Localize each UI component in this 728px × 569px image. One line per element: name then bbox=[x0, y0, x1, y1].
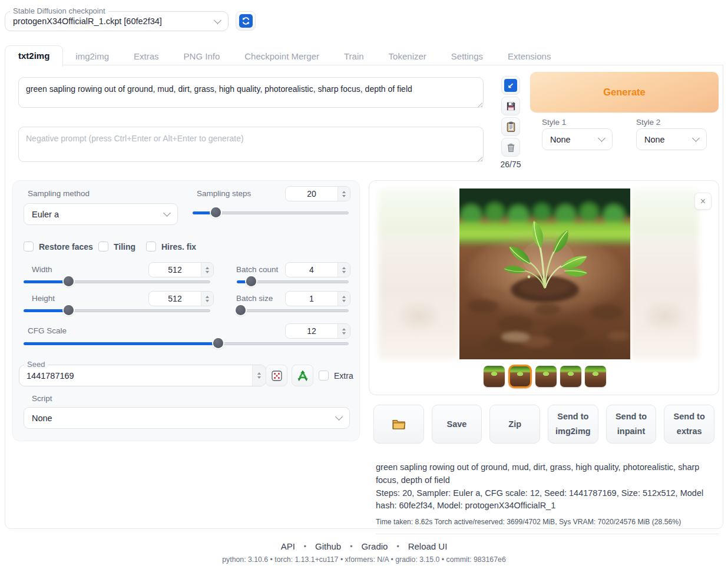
stepper-arrows-icon[interactable] bbox=[201, 292, 213, 306]
stepper-arrows-icon[interactable] bbox=[252, 365, 266, 386]
folder-icon bbox=[392, 418, 406, 430]
stepper-arrows-icon[interactable] bbox=[201, 263, 213, 277]
txt2img-panel: green sapling rowing out of ground, mud,… bbox=[5, 65, 723, 529]
thumbnail-4[interactable] bbox=[560, 366, 581, 387]
send-to-extras-button[interactable]: Send to extras bbox=[664, 405, 714, 444]
info-performance-text: Time taken: 8.62s Torch active/reserved:… bbox=[376, 517, 719, 534]
slider-thumb[interactable] bbox=[64, 305, 74, 315]
script-label: Script bbox=[32, 394, 52, 403]
tab-extras[interactable]: Extras bbox=[121, 47, 171, 66]
negative-prompt-input[interactable] bbox=[18, 127, 484, 162]
batch-size-input[interactable]: 1 bbox=[285, 291, 350, 306]
footer-link-reload-ui[interactable]: Reload UI bbox=[408, 541, 448, 551]
width-input[interactable]: 512 bbox=[148, 262, 214, 277]
footer-link-api[interactable]: API bbox=[281, 541, 295, 551]
restore-faces-checkbox[interactable]: Restore faces bbox=[24, 242, 93, 252]
generated-image[interactable] bbox=[459, 188, 630, 359]
height-slider[interactable] bbox=[24, 309, 210, 312]
parameters-panel: Sampling method Euler a Sampling steps 2… bbox=[12, 180, 360, 441]
slider-thumb[interactable] bbox=[213, 338, 223, 348]
batch-size-label: Batch size bbox=[236, 294, 273, 303]
footer-links: API • Github • Gradio • Reload UI bbox=[0, 541, 728, 551]
token-counter: 26/75 bbox=[497, 160, 525, 169]
checkpoint-dropdown[interactable]: Stable Diffusion checkpoint protogenX34O… bbox=[5, 11, 229, 31]
checkbox-icon[interactable] bbox=[98, 242, 108, 252]
tab-txt2img[interactable]: txt2img bbox=[5, 45, 63, 67]
script-dropdown[interactable]: None bbox=[24, 407, 350, 429]
footer-link-github[interactable]: Github bbox=[315, 541, 341, 551]
clear-prompt-button[interactable] bbox=[501, 138, 520, 157]
checkpoint-value: protogenX34OfficialR_1.ckpt [60fe2f34] bbox=[13, 16, 162, 26]
footer-link-gradio[interactable]: Gradio bbox=[361, 541, 388, 551]
apply-style-button[interactable] bbox=[501, 117, 520, 136]
batch-size-slider[interactable] bbox=[237, 309, 349, 312]
open-folder-button[interactable] bbox=[373, 405, 424, 444]
tab-settings[interactable]: Settings bbox=[439, 47, 495, 66]
cfg-scale-label: CFG Scale bbox=[28, 326, 67, 335]
style2-dropdown[interactable]: None bbox=[636, 128, 707, 150]
thumbnail-3[interactable] bbox=[535, 366, 557, 387]
stepper-arrows-icon[interactable] bbox=[337, 263, 350, 277]
style1-dropdown[interactable]: None bbox=[542, 128, 613, 150]
sampling-steps-input[interactable]: 20 bbox=[285, 186, 350, 201]
save-button[interactable]: Save bbox=[432, 405, 482, 444]
tab-png-info[interactable]: PNG Info bbox=[171, 47, 233, 66]
checkbox-icon[interactable] bbox=[319, 370, 329, 381]
close-icon: × bbox=[700, 196, 706, 207]
zip-button[interactable]: Zip bbox=[489, 405, 540, 444]
height-input[interactable]: 512 bbox=[148, 291, 214, 306]
send-to-inpaint-button[interactable]: Send to inpaint bbox=[606, 405, 657, 444]
sampling-steps-label: Sampling steps bbox=[197, 189, 251, 198]
seed-field[interactable]: Seed bbox=[19, 365, 266, 386]
recycle-icon bbox=[297, 370, 309, 382]
stepper-arrows-icon[interactable] bbox=[337, 324, 350, 338]
tab-train[interactable]: Train bbox=[332, 47, 376, 66]
checkbox-icon[interactable] bbox=[146, 242, 156, 252]
sampling-steps-slider[interactable] bbox=[193, 211, 349, 214]
save-style-button[interactable] bbox=[501, 97, 520, 115]
slider-thumb[interactable] bbox=[211, 207, 221, 217]
batch-count-input[interactable]: 4 bbox=[285, 262, 350, 277]
stepper-arrows-icon[interactable] bbox=[337, 292, 350, 306]
extra-seed-checkbox[interactable]: Extra bbox=[319, 370, 353, 381]
send-to-img2img-button[interactable]: Send to img2img bbox=[548, 405, 598, 444]
refresh-icon bbox=[239, 14, 253, 28]
generate-button[interactable]: Generate bbox=[530, 72, 719, 113]
reuse-seed-button[interactable] bbox=[292, 365, 313, 386]
paste-generation-params-button[interactable]: ↙ bbox=[501, 76, 520, 95]
hires-fix-checkbox[interactable]: Hires. fix bbox=[146, 242, 196, 252]
refresh-checkpoint-button[interactable] bbox=[236, 11, 256, 31]
batch-count-label: Batch count bbox=[236, 265, 278, 274]
thumbnail-5[interactable] bbox=[585, 366, 606, 387]
dot-separator: • bbox=[304, 542, 306, 551]
cfg-scale-input[interactable]: 12 bbox=[285, 323, 350, 339]
slider-thumb[interactable] bbox=[64, 276, 74, 286]
footer-versions: python: 3.10.6 • torch: 1.13.1+cu117 • x… bbox=[0, 555, 728, 564]
cfg-scale-slider[interactable] bbox=[24, 342, 349, 345]
height-label: Height bbox=[32, 294, 55, 303]
gallery-thumbnails bbox=[484, 365, 606, 388]
stepper-arrows-icon[interactable] bbox=[337, 187, 350, 201]
close-image-button[interactable]: × bbox=[694, 193, 712, 210]
thumbnail-1[interactable] bbox=[484, 366, 505, 387]
seed-input[interactable] bbox=[19, 365, 252, 386]
tab-checkpoint-merger[interactable]: Checkpoint Merger bbox=[232, 47, 332, 66]
slider-thumb[interactable] bbox=[236, 305, 246, 315]
batch-count-slider[interactable] bbox=[237, 280, 349, 283]
random-seed-button[interactable] bbox=[266, 365, 287, 386]
width-slider[interactable] bbox=[24, 280, 210, 283]
arrow-down-left-icon: ↙ bbox=[504, 79, 517, 92]
sampling-method-dropdown[interactable]: Euler a bbox=[24, 203, 178, 225]
tab-extensions[interactable]: Extensions bbox=[495, 47, 563, 66]
tab-img2img[interactable]: img2img bbox=[63, 47, 121, 66]
dot-separator: • bbox=[350, 542, 352, 551]
tab-tokenizer[interactable]: Tokenizer bbox=[376, 47, 439, 66]
tiling-checkbox[interactable]: Tiling bbox=[98, 242, 135, 252]
prompt-input[interactable]: green sapling rowing out of ground, mud,… bbox=[18, 77, 484, 108]
chevron-down-icon bbox=[214, 16, 221, 24]
thumbnail-2-selected[interactable] bbox=[508, 365, 532, 388]
floppy-disk-icon bbox=[505, 101, 517, 112]
chevron-down-icon bbox=[335, 413, 343, 421]
checkbox-icon[interactable] bbox=[24, 242, 34, 252]
slider-thumb[interactable] bbox=[246, 276, 256, 286]
